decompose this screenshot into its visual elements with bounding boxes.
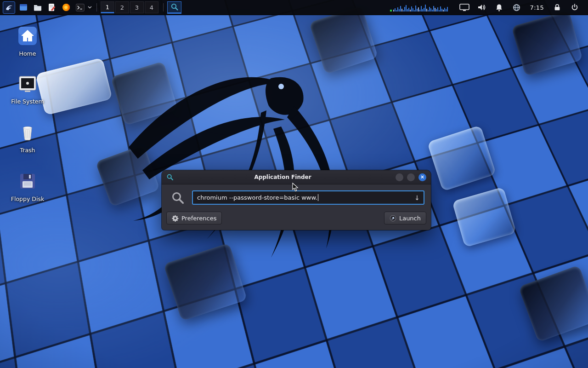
magnifier-icon [170, 3, 179, 11]
logout-button[interactable] [569, 2, 580, 12]
application-finder-window: Application Finder × chromium --password… [162, 170, 431, 230]
top-panel: 1234 [0, 0, 588, 15]
visualizer-bar [395, 8, 396, 12]
trash-icon [17, 136, 38, 144]
dropdown-arrow-icon[interactable]: ↓ [414, 195, 420, 201]
maximize-button[interactable] [407, 173, 415, 181]
dialog-title: Application Finder [174, 174, 392, 180]
launch-icon [390, 215, 396, 222]
desktop-icon-label: Home [6, 50, 50, 57]
home-icon [17, 39, 38, 48]
desktop-icon-label: Trash [6, 147, 50, 154]
window-icon [19, 3, 28, 12]
text-editor-launcher-button[interactable] [45, 1, 58, 14]
visualizer-bar [410, 10, 411, 12]
window-launcher-button[interactable] [17, 1, 29, 14]
network-globe-icon [512, 3, 521, 12]
visualizer-bar [406, 5, 407, 12]
workspace-button-2[interactable]: 2 [115, 1, 129, 13]
visualizer-bar [425, 5, 426, 12]
visualizer-bar [396, 10, 397, 12]
search-icon [171, 191, 185, 205]
visualizer-bar [401, 9, 402, 12]
visualizer-bar [415, 6, 416, 12]
command-text: chromium --password-store=basic www. [197, 194, 317, 201]
visualizer-bar [408, 8, 409, 12]
visualizer-bar [433, 6, 434, 12]
panel-separator [163, 3, 164, 12]
visualizer-bar [443, 10, 444, 12]
preferences-button[interactable]: Preferences [166, 212, 222, 224]
visualizer-bar [397, 7, 398, 12]
visualizer-bar [418, 7, 419, 12]
visualizer-bar [440, 6, 441, 12]
visualizer-bar [404, 7, 405, 12]
visualizer-bar [414, 10, 415, 12]
panel-separator [96, 3, 97, 12]
command-input[interactable]: chromium --password-store=basic www. ↓ [192, 190, 424, 205]
minimize-button[interactable] [396, 173, 403, 181]
close-icon: × [421, 174, 424, 180]
desktop-screen: 1234 [0, 0, 588, 368]
visualizer-bar [424, 8, 424, 12]
lock-icon [553, 3, 561, 12]
visualizer-bar [441, 9, 442, 12]
desktop-icon-home[interactable]: Home [6, 26, 50, 57]
visualizer-bar [419, 10, 420, 12]
audio-visualizer [390, 2, 448, 13]
firefox-launcher-button[interactable] [60, 1, 72, 14]
display-icon [459, 4, 469, 12]
terminal-icon [75, 3, 85, 12]
mouse-cursor [292, 183, 299, 192]
gear-icon [172, 215, 179, 222]
launch-button[interactable]: Launch [384, 212, 426, 224]
desktop-icon-file-system[interactable]: File System [6, 74, 50, 105]
desktop-icon-floppy-disk[interactable]: Floppy Disk [6, 171, 50, 202]
visualizer-bar [435, 8, 435, 12]
kali-dragon-graphic [110, 51, 423, 267]
floppy-disk-icon [17, 184, 38, 193]
workspace-button-4[interactable]: 4 [145, 1, 158, 13]
workspace-switcher: 1234 [101, 1, 159, 13]
workspace-button-3[interactable]: 3 [130, 1, 144, 13]
terminal-dropdown-button[interactable] [87, 1, 92, 14]
power-manager-button[interactable] [459, 2, 470, 12]
visualizer-bar [399, 9, 400, 12]
visualizer-bar [439, 10, 440, 12]
network-button[interactable] [511, 2, 522, 12]
visualizer-bar [447, 7, 448, 12]
notifications-button[interactable] [494, 2, 505, 12]
visualizer-bar [428, 10, 429, 12]
visualizer-bar [421, 6, 422, 12]
close-button[interactable]: × [418, 173, 426, 181]
visualizer-bar [422, 9, 423, 12]
workspace-button-1[interactable]: 1 [101, 1, 114, 13]
lock-screen-button[interactable] [552, 2, 563, 12]
application-finder-icon [166, 173, 174, 181]
visualizer-bar [393, 10, 394, 12]
desktop-icon-trash[interactable]: Trash [6, 122, 50, 154]
visualizer-bar [426, 9, 427, 12]
notifications-bell-icon [495, 3, 503, 12]
volume-button[interactable] [476, 2, 487, 12]
visualizer-bar [411, 6, 412, 12]
preferences-label: Preferences [181, 215, 216, 222]
visualizer-bar [446, 9, 447, 12]
kali-logo-icon [5, 3, 14, 12]
desktop-icon-label: Floppy Disk [6, 196, 50, 202]
visualizer-status-dot [390, 10, 392, 12]
terminal-launcher-button[interactable] [74, 1, 86, 14]
visualizer-bar [429, 7, 430, 12]
launch-label: Launch [399, 215, 421, 222]
visualizer-bar [430, 8, 431, 12]
text-editor-icon [47, 3, 57, 12]
dialog-buttons: Preferences Launch [162, 207, 431, 230]
volume-icon [477, 3, 486, 12]
visualizer-bar [417, 9, 418, 12]
visualizer-bar [437, 7, 438, 12]
chevron-down-icon [88, 6, 92, 9]
file-manager-launcher-button[interactable] [31, 1, 44, 14]
application-finder-launcher-button[interactable] [167, 1, 181, 14]
clock[interactable]: 7:15 [530, 4, 544, 11]
applications-menu-button[interactable] [3, 1, 15, 14]
